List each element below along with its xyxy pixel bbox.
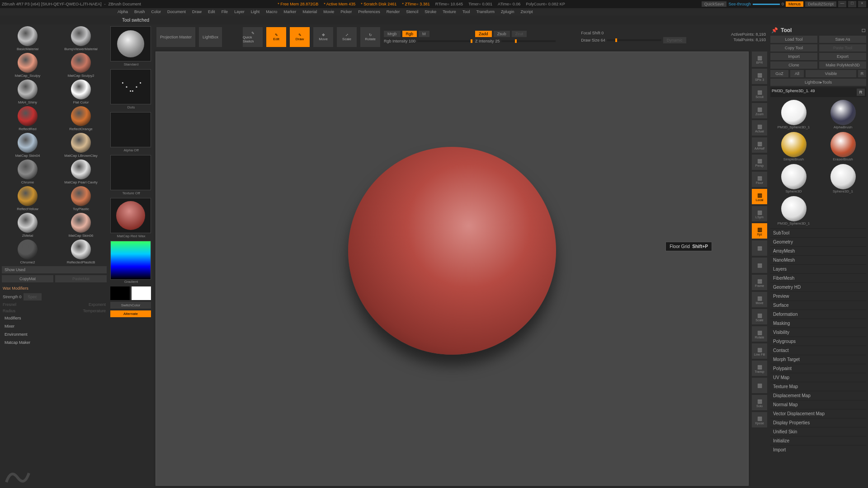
material-swatch-11[interactable] [71, 160, 91, 179]
pastemat-button[interactable]: PasteMat [55, 275, 107, 282]
menu-texture[interactable]: Texture [443, 9, 456, 14]
quick-sketch-button[interactable]: ✎Quick Sketch [243, 27, 263, 47]
local-button[interactable]: ▦Local [752, 189, 767, 204]
section-polypaint[interactable]: Polypaint [770, 364, 866, 373]
maximize-icon[interactable]: □ [848, 1, 856, 7]
material-swatch-4[interactable] [18, 80, 38, 99]
menu-picker[interactable]: Picker [340, 9, 352, 14]
menu-edit[interactable]: Edit [208, 9, 215, 14]
menu-render[interactable]: Render [387, 9, 400, 14]
m-button[interactable]: M [419, 31, 429, 37]
section-fibermesh[interactable]: FiberMesh [770, 273, 866, 282]
linefill-button[interactable]: ▦Line Fill [752, 343, 767, 359]
zadd-button[interactable]: Zadd [475, 31, 492, 37]
strength-slider[interactable]: Strength 0 [3, 295, 22, 299]
menu-macro[interactable]: Macro [266, 9, 277, 14]
section-masking[interactable]: Masking [770, 319, 866, 328]
section-nanomesh[interactable]: NanoMesh [770, 255, 866, 264]
rotate-button[interactable]: ▦Rotate [752, 326, 767, 342]
mixer-section[interactable]: Mixer [2, 322, 107, 330]
section-layers[interactable]: Layers [770, 264, 866, 273]
section-initialize[interactable]: Initialize [770, 436, 866, 445]
menu-layer[interactable]: Layer [234, 9, 245, 14]
minimize-icon[interactable]: — [838, 1, 846, 7]
polyf-button[interactable]: ▦ [752, 258, 767, 273]
draw-button[interactable]: ✎Draw [290, 27, 310, 47]
zcut-button[interactable]: Zcut [512, 31, 527, 37]
menu-brush[interactable]: Brush [134, 9, 145, 14]
matcap-maker-section[interactable]: Matcap Maker [2, 338, 107, 347]
rotate-button[interactable]: ↻Rotate [360, 27, 380, 47]
gradient-label[interactable]: Gradient [110, 280, 152, 284]
paste-tool-button[interactable]: Paste Tool [819, 44, 866, 52]
section-vector-displacement-map[interactable]: Vector Displacement Map [770, 409, 866, 418]
material-swatch-10[interactable] [18, 160, 38, 179]
close-icon[interactable]: × [858, 1, 866, 7]
goz-r-button[interactable]: R [858, 70, 866, 77]
xpose-button[interactable]: ▦Xpose [752, 412, 767, 427]
material-swatch-5[interactable] [71, 80, 91, 99]
zsub-button[interactable]: Zsub [494, 31, 510, 37]
color-picker[interactable] [110, 241, 151, 280]
load-tool-button[interactable]: Load Tool [770, 36, 817, 43]
focal-shift-slider[interactable]: Focal Shift 0 [581, 31, 604, 35]
panel-close-icon[interactable]: □ [862, 27, 865, 33]
copymat-button[interactable]: CopyMat [2, 275, 53, 282]
goz-all-button[interactable]: All [790, 70, 804, 77]
lightbox-tools-button[interactable]: Lightbox▸Tools [770, 79, 866, 86]
stroke-thumbnail[interactable]: ⋱⋰ [110, 69, 151, 104]
make-polymesh-button[interactable]: Make PolyMesh3D [819, 61, 866, 69]
spix-button[interactable]: ▦SPix 3 [752, 69, 767, 84]
menu-light[interactable]: Light [251, 9, 260, 14]
radius-slider[interactable]: Radius [3, 309, 15, 313]
menu-stroke[interactable]: Stroke [425, 9, 436, 14]
tool-thumbnail-3[interactable] [830, 132, 856, 157]
clone-button[interactable]: Clone [770, 61, 817, 69]
z-intensity-slider[interactable]: Z Intensity 25 [475, 39, 500, 43]
section-normal-map[interactable]: Normal Map [770, 400, 866, 409]
section-texture-map[interactable]: Texture Map [770, 382, 866, 391]
section-morph-target[interactable]: Morph Target [770, 355, 866, 364]
seethrough-slider[interactable] [753, 4, 780, 5]
menu-draw[interactable]: Draw [192, 9, 202, 14]
section-displacement-map[interactable]: Displacement Map [770, 391, 866, 400]
tool-thumbnail-4[interactable] [781, 164, 807, 189]
tool-thumbnail-6[interactable] [781, 196, 807, 221]
material-swatch-6[interactable] [18, 106, 38, 126]
frame-button[interactable]: ▦Frame [752, 275, 767, 290]
tool-r-button[interactable]: R [857, 89, 865, 96]
edit-button[interactable]: ✎Edit [266, 27, 286, 47]
mrgb-button[interactable]: Mrgb [384, 31, 401, 37]
section-polygroups[interactable]: Polygroups [770, 337, 866, 346]
section-subtool[interactable]: SubTool [770, 228, 866, 237]
zoom-button[interactable]: ▦Zoom [752, 103, 767, 118]
actual-button[interactable]: ▦Actual [752, 120, 767, 136]
material-swatch-14[interactable] [18, 213, 38, 233]
section-arraymesh[interactable]: ArrayMesh [770, 246, 866, 255]
menu-movie[interactable]: Movie [323, 9, 334, 14]
texture-thumbnail[interactable] [110, 155, 151, 190]
section-contact[interactable]: Contact [770, 346, 866, 355]
tool-thumbnail-1[interactable] [830, 100, 856, 125]
viewport-canvas[interactable]: Floor Grid Shift+P [156, 52, 749, 486]
section-import[interactable]: Import [770, 445, 866, 454]
move-button[interactable]: ▦Move [752, 292, 767, 307]
center-button[interactable]: ▦ [752, 240, 767, 256]
material-swatch-1[interactable] [71, 26, 91, 46]
material-swatch-13[interactable] [71, 186, 91, 206]
import-button[interactable]: Import [770, 53, 817, 60]
move-button[interactable]: ✥Move [313, 27, 333, 47]
material-swatch-7[interactable] [71, 106, 91, 126]
material-swatch-8[interactable] [18, 133, 38, 153]
primary-color-swatch[interactable] [132, 286, 151, 300]
wax-modifiers-header[interactable]: Wax Modifiers [2, 284, 107, 292]
modifiers-section[interactable]: Modifiers [2, 314, 107, 322]
menu-marker[interactable]: Marker [283, 9, 296, 14]
spec-button[interactable]: Spec [24, 293, 42, 300]
menu-zscript[interactable]: Zscript [521, 9, 533, 14]
save-as-button[interactable]: Save As [819, 36, 866, 43]
section-uv-map[interactable]: UV Map [770, 373, 866, 382]
quicksave-button[interactable]: QuickSave [702, 1, 727, 7]
section-preview[interactable]: Preview [770, 291, 866, 300]
tool-thumbnail-5[interactable] [830, 164, 856, 189]
